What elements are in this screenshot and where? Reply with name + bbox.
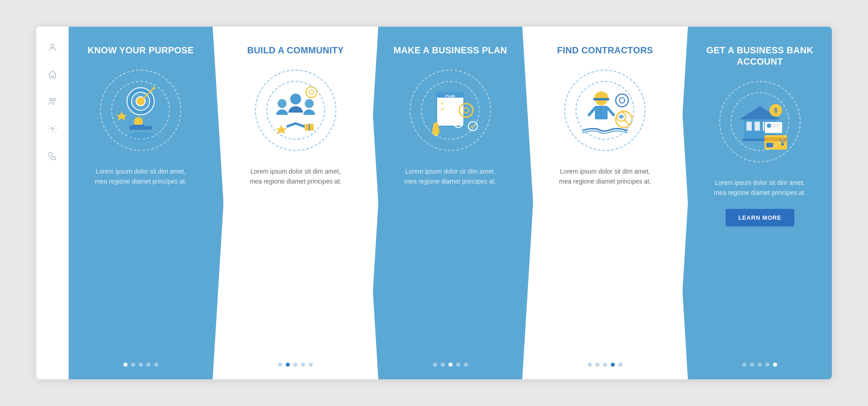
people-icon[interactable] <box>46 95 59 108</box>
sidebar <box>36 27 69 379</box>
gear-icon[interactable] <box>46 123 59 135</box>
dot-5[interactable] <box>618 363 623 367</box>
dot-3[interactable] <box>758 363 762 367</box>
svg-point-2 <box>53 99 56 101</box>
card-2-description: Lorem ipsum dolor sit dim amet, mea regi… <box>244 166 348 187</box>
dot-2[interactable] <box>595 363 599 367</box>
dot-5[interactable] <box>773 363 777 367</box>
svg-point-0 <box>51 44 54 47</box>
dot-4[interactable] <box>611 363 615 367</box>
dot-2[interactable] <box>441 363 445 367</box>
card-5-title: GET A BUSINESS BANK ACCOUNT <box>701 45 819 67</box>
card-3-dots <box>433 363 468 367</box>
dot-4[interactable] <box>765 363 769 367</box>
card-know-your-purpose: KNOW YOUR PURPOSE <box>69 27 223 379</box>
dot-5[interactable] <box>464 363 468 367</box>
card-bank-account: GET A BUSINESS BANK ACCOUNT $ <box>677 27 832 379</box>
card-3-title: MAKE A BUSINESS PLAN <box>393 45 507 56</box>
card-1-title: KNOW YOUR PURPOSE <box>88 45 194 56</box>
dot-2[interactable] <box>750 363 754 367</box>
dot-4[interactable] <box>301 363 305 367</box>
card-4-title: FIND CONTRACTORS <box>557 45 653 56</box>
card-5-description: Lorem ipsum dolor sit dim amet, mea regi… <box>708 178 812 198</box>
dot-3[interactable] <box>293 363 297 367</box>
card-4-illustration <box>560 65 650 156</box>
card-1-illustration <box>95 65 186 156</box>
dot-3[interactable] <box>139 363 143 367</box>
dot-1[interactable] <box>123 363 127 367</box>
card-5-dots <box>742 363 777 367</box>
dot-2[interactable] <box>131 363 135 367</box>
card-business-plan: MAKE A BUSINESS PLAN PLAN <box>368 27 533 379</box>
dot-4[interactable] <box>456 363 460 367</box>
dot-1[interactable] <box>278 363 282 367</box>
home-icon[interactable] <box>46 68 59 81</box>
dot-5[interactable] <box>309 363 313 367</box>
card-2-illustration <box>250 65 341 156</box>
svg-point-3 <box>51 127 54 130</box>
card-4-dots <box>588 363 623 367</box>
dot-1[interactable] <box>742 363 746 367</box>
cards-container: KNOW YOUR PURPOSE <box>69 27 832 379</box>
card-3-illustration: PLAN <box>405 65 495 156</box>
card-5-illustration: $ <box>715 76 805 167</box>
dashed-circle-inner <box>111 81 170 140</box>
dot-3[interactable] <box>603 363 607 367</box>
card-1-dots <box>123 363 158 367</box>
dot-4[interactable] <box>146 363 151 367</box>
dot-1[interactable] <box>433 363 437 367</box>
card-find-contractors: FIND CONTRACTORS <box>522 27 688 379</box>
dashed-circle-inner <box>731 92 789 151</box>
card-3-description: Lorem ipsum dolor sit dim amet, mea regi… <box>398 166 502 187</box>
phone-icon[interactable] <box>46 150 59 162</box>
svg-point-1 <box>50 99 52 101</box>
card-4-description: Lorem ipsum dolor sit dim amet, mea regi… <box>553 166 657 187</box>
main-container: KNOW YOUR PURPOSE <box>36 27 832 379</box>
dashed-circle-inner <box>421 81 480 140</box>
dot-5[interactable] <box>154 363 158 367</box>
dashed-circle-inner <box>576 81 634 140</box>
dot-1[interactable] <box>588 363 592 367</box>
card-build-community: BUILD A COMMUNITY <box>212 27 378 379</box>
card-2-dots <box>278 363 313 367</box>
learn-more-button[interactable]: LEARN MORE <box>726 209 794 227</box>
dot-3[interactable] <box>448 363 453 367</box>
user-icon[interactable] <box>46 41 59 54</box>
card-2-title: BUILD A COMMUNITY <box>247 45 344 56</box>
dashed-circle-inner <box>266 81 325 140</box>
card-1-description: Lorem ipsum dolor sit dim amet, mea regi… <box>89 166 193 187</box>
dot-2[interactable] <box>286 363 290 367</box>
